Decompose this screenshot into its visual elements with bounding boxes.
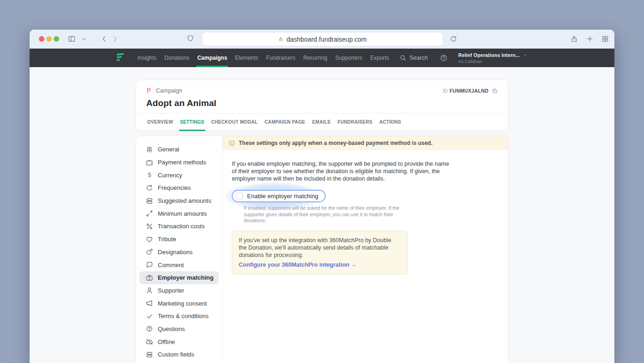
- rows-icon: [146, 197, 153, 205]
- sidebar-item[interactable]: Transaction costs: [136, 220, 222, 233]
- dollar-icon: $: [146, 171, 153, 179]
- page-body: Campaign ID FUNMUXJALND Adopt an Animal …: [30, 67, 614, 363]
- wallet-icon: [146, 159, 153, 166]
- settings-main: These settings only apply when a money-b…: [223, 136, 508, 363]
- question-circle-icon: [146, 325, 153, 332]
- info-icon: [229, 140, 235, 146]
- settings-sidebar: General Payment methods $ Currency Frequ…: [136, 136, 223, 363]
- close-window-button[interactable]: [39, 36, 44, 42]
- dart-icon: [146, 248, 153, 256]
- megaphone-icon: [146, 300, 153, 307]
- campaign-flag-icon: [146, 88, 153, 94]
- main-nav: InsightsDonationsCampaignsElementsFundra…: [136, 49, 391, 67]
- tab-overview-button[interactable]: [601, 35, 609, 43]
- browser-chrome: dashboard.fundraiseup.com: [30, 30, 614, 49]
- nav-item[interactable]: Donations: [162, 49, 191, 67]
- checkbox-label: Enable employer matching: [247, 193, 318, 200]
- campaign-title: Adopt an Animal: [146, 98, 498, 108]
- fundraiseup-logo[interactable]: [117, 53, 125, 63]
- sidebar-item[interactable]: Employer matching: [139, 271, 219, 284]
- sidebar-item[interactable]: Offline: [136, 335, 222, 348]
- campaign-header-card: Campaign ID FUNMUXJALND Adopt an Animal …: [136, 80, 508, 131]
- campaign-id-label: ID: [443, 88, 448, 94]
- cloud-off-icon: [146, 338, 153, 345]
- new-tab-button[interactable]: [586, 35, 594, 43]
- speech-bubble-icon: [146, 261, 153, 269]
- app-top-nav: InsightsDonationsCampaignsElementsFundra…: [30, 49, 614, 67]
- checkbox-helper-text: If enabled, supporters will be asked for…: [244, 205, 403, 224]
- refresh-icon: [146, 184, 153, 192]
- percent-icon: [146, 223, 153, 230]
- employer-matching-description: If you enable employer matching, the sup…: [232, 160, 453, 182]
- sidebar-item[interactable]: Comment: [136, 258, 222, 271]
- check-icon: [146, 313, 153, 320]
- employer-matching-control: Enable employer matching If enabled, sup…: [232, 190, 499, 224]
- warning-banner-text: These settings only apply when a money-b…: [239, 140, 433, 146]
- forward-button[interactable]: [111, 35, 119, 43]
- copy-id-button[interactable]: [492, 88, 498, 94]
- search-icon: [400, 55, 406, 61]
- zoom-window-button[interactable]: [54, 36, 59, 42]
- nav-item[interactable]: Supporters: [334, 49, 365, 67]
- arrows-diagonal-icon: [146, 210, 153, 217]
- address-bar[interactable]: dashboard.fundraiseup.com: [202, 32, 443, 46]
- sliders-icon: [146, 146, 153, 153]
- sidebar-item[interactable]: General: [136, 143, 222, 156]
- sidebar-item[interactable]: $ Currency: [136, 169, 222, 182]
- tab-group-chevron-button[interactable]: [81, 37, 87, 42]
- browser-window: dashboard.fundraiseup.com InsightsDonati…: [30, 30, 614, 363]
- reload-button[interactable]: [450, 35, 457, 43]
- sidebar-item[interactable]: Suggested amounts: [136, 194, 222, 207]
- sidebar-toggle-button[interactable]: [68, 35, 75, 43]
- nav-item[interactable]: Fundraisers: [264, 49, 297, 67]
- search-label: Search: [409, 55, 428, 61]
- nav-item[interactable]: Campaigns: [195, 49, 229, 67]
- lock-icon: [278, 37, 284, 42]
- checkbox-box[interactable]: [236, 193, 243, 200]
- heart-icon: [146, 236, 153, 243]
- user-name: Kit Callahan: [458, 59, 527, 64]
- settings-card: General Payment methods $ Currency Frequ…: [136, 136, 508, 363]
- sidebar-item[interactable]: Terms & conditions: [136, 310, 222, 323]
- help-button[interactable]: [440, 54, 447, 62]
- sidebar-item[interactable]: Custom fields: [136, 348, 222, 361]
- nav-item[interactable]: Elements: [233, 49, 260, 67]
- matchpro-info-box: If you've set up the integration with 36…: [232, 231, 408, 275]
- campaign-tab[interactable]: FUNDRAISERS: [336, 113, 373, 131]
- sidebar-item[interactable]: Frequencies: [136, 182, 222, 194]
- person-icon: [146, 287, 153, 294]
- sidebar-item[interactable]: Minimum amounts: [136, 207, 222, 220]
- nav-item[interactable]: Recurring: [301, 49, 329, 67]
- campaign-tab[interactable]: SETTINGS: [179, 113, 205, 131]
- sidebar-item[interactable]: Marketing consent: [136, 297, 222, 310]
- sidebar-item[interactable]: Designations: [136, 246, 222, 259]
- nav-item[interactable]: Exports: [368, 49, 391, 67]
- sidebar-item[interactable]: Payment methods: [136, 156, 222, 169]
- campaign-tab[interactable]: ACTIONS: [378, 113, 402, 131]
- share-button[interactable]: [570, 35, 578, 43]
- campaign-tab[interactable]: CHECKOUT MODAL: [211, 113, 259, 131]
- nav-right-cluster: Search Relief Operations Intern... Kit C…: [400, 49, 527, 67]
- sidebar-item[interactable]: Questions: [136, 323, 222, 336]
- warning-banner: These settings only apply when a money-b…: [223, 136, 508, 150]
- minimize-window-button[interactable]: [46, 36, 52, 42]
- search-button[interactable]: Search: [400, 55, 428, 61]
- sidebar-item[interactable]: Supporter: [136, 284, 222, 297]
- url-text: dashboard.fundraiseup.com: [286, 36, 367, 43]
- campaign-id-value: FUNMUXJALND: [450, 88, 489, 94]
- svg-text:$: $: [148, 172, 151, 179]
- back-button[interactable]: [100, 35, 108, 43]
- sidebar-item[interactable]: Tribute: [136, 233, 222, 246]
- shield-icon[interactable]: [187, 35, 194, 42]
- campaign-type-label: Campaign: [156, 88, 182, 94]
- campaign-tab[interactable]: OVERVIEW: [146, 113, 174, 131]
- briefcase-icon: [146, 274, 153, 282]
- nav-item[interactable]: Insights: [136, 49, 158, 67]
- campaign-tab[interactable]: EMAILS: [311, 113, 332, 131]
- rows-icon: [146, 351, 153, 358]
- campaign-tab[interactable]: CAMPAIGN PAGE: [264, 113, 306, 131]
- enable-employer-matching-checkbox[interactable]: Enable employer matching: [232, 190, 326, 202]
- chevron-down-icon: [523, 53, 527, 57]
- configure-360matchpro-link[interactable]: Configure your 360MatchPro integration →: [239, 262, 357, 268]
- account-menu[interactable]: Relief Operations Intern... Kit Callahan: [458, 52, 527, 64]
